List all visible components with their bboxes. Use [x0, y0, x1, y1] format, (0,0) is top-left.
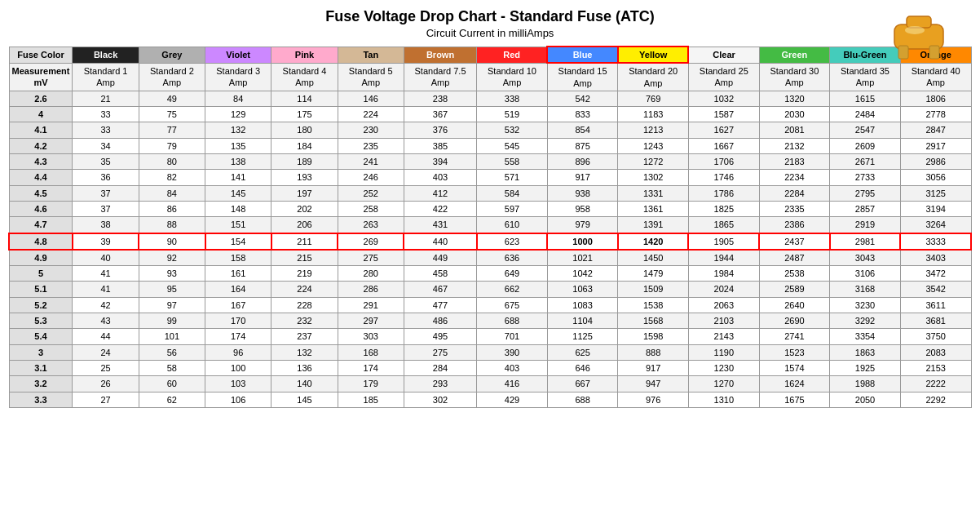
measurement-header: Measurement mV — [9, 63, 73, 91]
mv-cell: 5 — [9, 266, 73, 282]
data-cell: 2050 — [830, 392, 901, 407]
color-header-row: Fuse Color Black Grey Violet Pink Tan Br… — [9, 47, 971, 63]
data-cell: 422 — [404, 201, 476, 216]
data-cell: 41 — [73, 266, 139, 282]
data-cell: 79 — [139, 138, 205, 153]
data-cell: 1042 — [547, 266, 618, 282]
data-cell: 252 — [338, 185, 404, 201]
data-cell: 2484 — [830, 107, 901, 122]
col-header-grey: Grey — [139, 47, 205, 63]
svg-rect-1 — [907, 16, 931, 28]
data-cell: 2690 — [759, 313, 830, 329]
data-cell: 532 — [477, 122, 548, 138]
data-cell: 636 — [477, 250, 548, 266]
data-cell: 37 — [73, 185, 139, 201]
data-cell: 2741 — [759, 329, 830, 344]
mv-cell: 4.7 — [9, 217, 73, 233]
data-cell: 1310 — [688, 392, 759, 407]
data-cell: 1587 — [688, 107, 759, 122]
data-cell: 2437 — [759, 233, 830, 250]
data-cell: 1032 — [688, 91, 759, 106]
data-cell: 145 — [271, 392, 338, 407]
data-cell: 96 — [205, 344, 271, 360]
data-cell: 174 — [205, 329, 271, 344]
mv-cell: 4.6 — [9, 201, 73, 216]
data-cell: 154 — [205, 233, 271, 250]
page-title: Fuse Voltage Drop Chart - Standard Fuse … — [8, 8, 972, 25]
data-cell: 917 — [547, 170, 618, 185]
data-cell: 2847 — [900, 122, 971, 138]
data-cell: 3106 — [830, 266, 901, 282]
data-cell: 167 — [205, 297, 271, 313]
data-cell: 571 — [477, 170, 548, 185]
mv-cell: 3.3 — [9, 392, 73, 407]
data-cell: 367 — [404, 107, 476, 122]
data-cell: 140 — [271, 376, 338, 392]
table-body: 2.62149841141462383385427691032132016151… — [9, 91, 971, 407]
data-cell: 390 — [477, 344, 548, 360]
data-cell: 3681 — [900, 313, 971, 329]
fuse-color-header: Fuse Color — [9, 47, 73, 63]
data-cell: 235 — [338, 138, 404, 153]
data-cell: 161 — [205, 266, 271, 282]
data-cell: 84 — [205, 91, 271, 106]
mv-cell: 4.4 — [9, 170, 73, 185]
data-cell: 36 — [73, 170, 139, 185]
data-cell: 896 — [547, 154, 618, 170]
data-cell: 189 — [271, 154, 338, 170]
data-cell: 58 — [139, 360, 205, 375]
data-cell: 625 — [547, 344, 618, 360]
table-row: 4.33580138189241394558896127217062183267… — [9, 154, 971, 170]
data-cell: 3354 — [830, 329, 901, 344]
data-cell: 174 — [338, 360, 404, 375]
data-cell: 135 — [205, 138, 271, 153]
data-cell: 33 — [73, 122, 139, 138]
data-cell: 688 — [477, 313, 548, 329]
fuse-image — [882, 8, 956, 65]
data-cell: 2640 — [759, 297, 830, 313]
page-subtitle: Circuit Current in milliAmps — [8, 27, 972, 39]
amp-7-5: Standard 7.5 Amp — [404, 63, 476, 91]
data-cell: 3403 — [900, 250, 971, 266]
data-cell: 1706 — [688, 154, 759, 170]
data-cell: 151 — [205, 217, 271, 233]
data-cell: 99 — [139, 313, 205, 329]
data-cell: 1538 — [618, 297, 689, 313]
data-cell: 2386 — [759, 217, 830, 233]
data-cell: 93 — [139, 266, 205, 282]
data-cell: 542 — [547, 91, 618, 106]
table-row: 4.23479135184235385545875124316672132260… — [9, 138, 971, 153]
data-cell: 477 — [404, 297, 476, 313]
data-cell: 25 — [73, 360, 139, 375]
data-cell: 623 — [477, 233, 548, 250]
data-cell: 101 — [139, 329, 205, 344]
data-cell: 1944 — [688, 250, 759, 266]
table-row: 4337512917522436751983311831587203024842… — [9, 107, 971, 122]
data-cell: 2103 — [688, 313, 759, 329]
data-cell: 293 — [404, 376, 476, 392]
data-cell: 1063 — [547, 282, 618, 297]
amp-40: Standard 40 Amp — [900, 63, 971, 91]
col-header-pink: Pink — [271, 47, 338, 63]
table-row: 3.22660103140179293416667947127016241988… — [9, 376, 971, 392]
data-cell: 338 — [477, 91, 548, 106]
table-row: 3.32762106145185302429688976131016752050… — [9, 392, 971, 407]
table-row: 5.24297167228291477675108315382063264032… — [9, 297, 971, 313]
amp-15: Standard 15 Amp — [547, 63, 618, 91]
data-cell: 429 — [477, 392, 548, 407]
data-cell: 26 — [73, 376, 139, 392]
data-cell: 202 — [271, 201, 338, 216]
data-cell: 1509 — [618, 282, 689, 297]
data-cell: 394 — [404, 154, 476, 170]
data-cell: 2335 — [759, 201, 830, 216]
data-cell: 84 — [139, 185, 205, 201]
data-cell: 2857 — [830, 201, 901, 216]
svg-rect-2 — [898, 46, 908, 59]
table-row: 5.14195164224286467662106315092024258931… — [9, 282, 971, 297]
data-cell: 224 — [271, 282, 338, 297]
amp-10: Standard 10 Amp — [477, 63, 548, 91]
data-cell: 106 — [205, 392, 271, 407]
col-header-red: Red — [477, 47, 548, 63]
data-cell: 2063 — [688, 297, 759, 313]
mv-cell: 4.9 — [9, 250, 73, 266]
